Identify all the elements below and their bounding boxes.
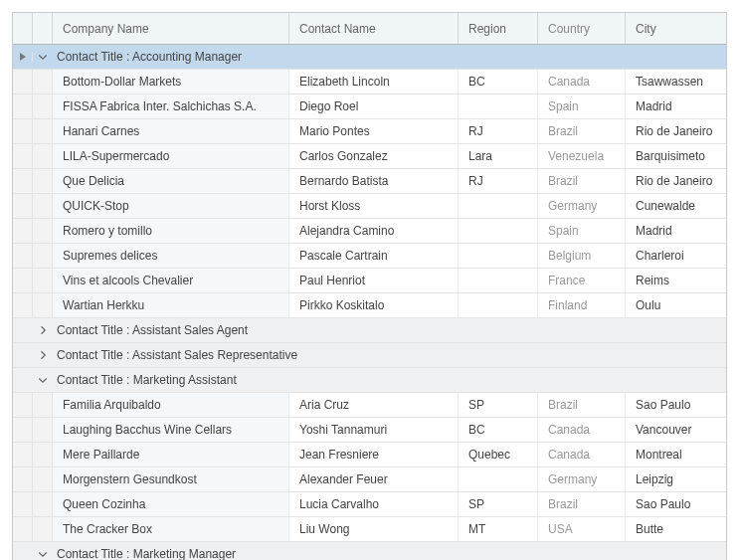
cell-city[interactable]: Tsawwassen xyxy=(626,70,726,93)
cell-company[interactable]: Familia Arquibaldo xyxy=(53,393,289,417)
cell-region[interactable]: SP xyxy=(459,393,538,417)
cell-contact[interactable]: Alejandra Camino xyxy=(289,219,459,243)
group-header[interactable]: Contact Title : Assistant Sales Represen… xyxy=(13,343,726,368)
table-row[interactable]: Que DeliciaBernardo BatistaRJBrazilRio d… xyxy=(13,169,726,194)
table-row[interactable]: Wartian HerkkuPirkko KoskitaloFinlandOul… xyxy=(13,293,726,318)
cell-contact[interactable]: Diego Roel xyxy=(289,94,459,118)
cell-company[interactable]: QUICK-Stop xyxy=(53,194,289,218)
table-row[interactable]: FISSA Fabrica Inter. Salchichas S.A.Dieg… xyxy=(13,94,726,119)
chevron-down-icon[interactable] xyxy=(33,51,53,63)
column-header-region[interactable]: Region xyxy=(459,13,538,44)
cell-region[interactable]: RJ xyxy=(459,169,538,193)
table-row[interactable]: LILA-SupermercadoCarlos GonzalezLaraVene… xyxy=(13,144,726,169)
cell-city[interactable]: Barquisimeto xyxy=(626,144,726,168)
cell-country[interactable]: Brazil xyxy=(538,393,626,417)
cell-contact[interactable]: Jean Fresniere xyxy=(289,443,459,467)
cell-contact[interactable]: Pirkko Koskitalo xyxy=(289,293,459,317)
cell-country[interactable]: Finland xyxy=(538,293,626,317)
cell-city[interactable]: Cunewalde xyxy=(626,194,726,218)
cell-contact[interactable]: Elizabeth Lincoln xyxy=(289,70,459,93)
cell-city[interactable]: Charleroi xyxy=(626,244,726,268)
cell-city[interactable]: Rio de Janeiro xyxy=(626,169,726,193)
cell-company[interactable]: Romero y tomillo xyxy=(53,219,289,243)
cell-company[interactable]: FISSA Fabrica Inter. Salchichas S.A. xyxy=(53,94,289,118)
cell-country[interactable]: Venezuela xyxy=(538,144,626,168)
group-header[interactable]: Contact Title : Assistant Sales Agent xyxy=(13,318,726,343)
cell-region[interactable] xyxy=(459,467,538,491)
cell-contact[interactable]: Paul Henriot xyxy=(289,269,459,292)
cell-contact[interactable]: Alexander Feuer xyxy=(289,467,459,491)
table-row[interactable]: Romero y tomilloAlejandra CaminoSpainMad… xyxy=(13,219,726,244)
cell-city[interactable]: Madrid xyxy=(626,94,726,118)
cell-contact[interactable]: Carlos Gonzalez xyxy=(289,144,459,168)
cell-region[interactable] xyxy=(459,269,538,292)
cell-company[interactable]: LILA-Supermercado xyxy=(53,144,289,168)
cell-city[interactable]: Montreal xyxy=(626,443,726,467)
cell-company[interactable]: Morgenstern Gesundkost xyxy=(53,467,289,491)
group-header[interactable]: Contact Title : Marketing Manager xyxy=(13,542,726,560)
group-header[interactable]: Contact Title : Marketing Assistant xyxy=(13,368,726,393)
cell-city[interactable]: Oulu xyxy=(626,293,726,317)
cell-company[interactable]: Hanari Carnes xyxy=(53,119,289,143)
cell-contact[interactable]: Lucia Carvalho xyxy=(289,492,459,516)
cell-contact[interactable]: Aria Cruz xyxy=(289,393,459,417)
cell-country[interactable]: Spain xyxy=(538,219,626,243)
table-row[interactable]: The Cracker BoxLiu WongMTUSAButte xyxy=(13,517,726,542)
cell-contact[interactable]: Liu Wong xyxy=(289,517,459,541)
column-header-country[interactable]: Country xyxy=(538,13,626,44)
cell-company[interactable]: Vins et alcools Chevalier xyxy=(53,269,289,292)
chevron-right-icon[interactable] xyxy=(33,324,53,336)
cell-company[interactable]: Mere Paillarde xyxy=(53,443,289,467)
cell-contact[interactable]: Horst Kloss xyxy=(289,194,459,218)
cell-city[interactable]: Vancouver xyxy=(626,418,726,442)
cell-city[interactable]: Reims xyxy=(626,269,726,292)
cell-company[interactable]: Bottom-Dollar Markets xyxy=(53,70,289,93)
cell-city[interactable]: Madrid xyxy=(626,219,726,243)
cell-city[interactable]: Leipzig xyxy=(626,467,726,491)
chevron-down-icon[interactable] xyxy=(33,374,53,386)
cell-contact[interactable]: Pascale Cartrain xyxy=(289,244,459,268)
table-row[interactable]: Laughing Bacchus Wine CellarsYoshi Tanna… xyxy=(13,418,726,443)
cell-city[interactable]: Rio de Janeiro xyxy=(626,119,726,143)
cell-company[interactable]: Laughing Bacchus Wine Cellars xyxy=(53,418,289,442)
chevron-down-icon[interactable] xyxy=(33,548,53,560)
cell-country[interactable]: France xyxy=(538,269,626,292)
cell-region[interactable] xyxy=(459,194,538,218)
cell-country[interactable]: Germany xyxy=(538,194,626,218)
table-row[interactable]: Morgenstern GesundkostAlexander FeuerGer… xyxy=(13,467,726,492)
cell-region[interactable] xyxy=(459,94,538,118)
cell-country[interactable]: Spain xyxy=(538,94,626,118)
cell-contact[interactable]: Bernardo Batista xyxy=(289,169,459,193)
table-row[interactable]: Familia ArquibaldoAria CruzSPBrazilSao P… xyxy=(13,393,726,418)
cell-country[interactable]: Brazil xyxy=(538,119,626,143)
cell-contact[interactable]: Yoshi Tannamuri xyxy=(289,418,459,442)
cell-region[interactable]: MT xyxy=(459,517,538,541)
cell-country[interactable]: Brazil xyxy=(538,492,626,516)
column-header-company[interactable]: Company Name xyxy=(53,13,289,44)
cell-company[interactable]: The Cracker Box xyxy=(53,517,289,541)
cell-city[interactable]: Sao Paulo xyxy=(626,492,726,516)
cell-country[interactable]: USA xyxy=(538,517,626,541)
cell-region[interactable]: BC xyxy=(459,418,538,442)
table-row[interactable]: Vins et alcools ChevalierPaul HenriotFra… xyxy=(13,269,726,293)
cell-contact[interactable]: Mario Pontes xyxy=(289,119,459,143)
table-row[interactable]: QUICK-StopHorst KlossGermanyCunewalde xyxy=(13,194,726,219)
table-row[interactable]: Bottom-Dollar MarketsElizabeth LincolnBC… xyxy=(13,70,726,94)
cell-region[interactable]: RJ xyxy=(459,119,538,143)
group-header[interactable]: Contact Title : Accounting Manager xyxy=(13,45,726,70)
column-header-city[interactable]: City xyxy=(626,13,726,44)
cell-company[interactable]: Que Delicia xyxy=(53,169,289,193)
cell-country[interactable]: Canada xyxy=(538,70,626,93)
cell-city[interactable]: Sao Paulo xyxy=(626,393,726,417)
chevron-right-icon[interactable] xyxy=(33,349,53,361)
cell-region[interactable] xyxy=(459,219,538,243)
cell-region[interactable]: BC xyxy=(459,70,538,93)
cell-company[interactable]: Queen Cozinha xyxy=(53,492,289,516)
table-row[interactable]: Mere PaillardeJean FresniereQuebecCanada… xyxy=(13,443,726,467)
table-row[interactable]: Queen CozinhaLucia CarvalhoSPBrazilSao P… xyxy=(13,492,726,517)
cell-country[interactable]: Belgium xyxy=(538,244,626,268)
cell-country[interactable]: Brazil xyxy=(538,169,626,193)
table-row[interactable]: Hanari CarnesMario PontesRJBrazilRio de … xyxy=(13,119,726,144)
cell-city[interactable]: Butte xyxy=(626,517,726,541)
cell-company[interactable]: Wartian Herkku xyxy=(53,293,289,317)
